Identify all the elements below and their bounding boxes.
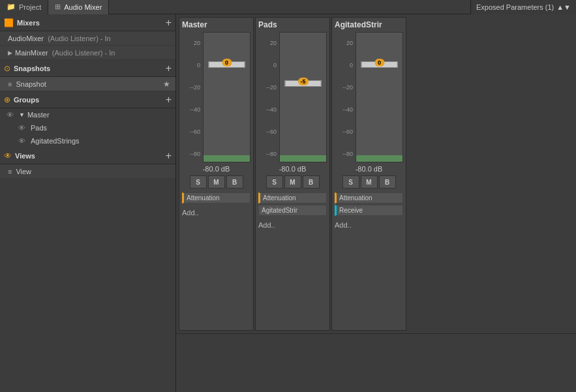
snapshot-label: Snapshot — [16, 80, 46, 88]
agitated-db-scale: 20 0 --20 --40 --60 --80 — [335, 32, 353, 162]
main-layout: 🟧 Mixers + AudioMixer (Audio Listener) -… — [0, 14, 576, 392]
agitated-channel-name: AgitatedStrir — [335, 20, 403, 29]
view-ham-icon: ≡ — [8, 168, 12, 175]
pads-db-readout: -80.0 dB — [258, 165, 327, 173]
master-db-readout: -80.0 dB — [182, 165, 250, 173]
mixers-icon: 🟧 — [4, 18, 14, 27]
audio-mixer-icon: ⊞ — [55, 3, 61, 11]
tab-audio-mixer[interactable]: ⊞ Audio Mixer — [48, 0, 109, 14]
channel-pads: Pads 20 0 --20 --40 --60 --80 -5 — [255, 17, 330, 331]
master-attenuation-effect[interactable]: Attenuation — [182, 192, 250, 204]
view-label: View — [16, 168, 31, 175]
master-add-link[interactable]: Add.. — [182, 207, 250, 218]
agitated-bypass-button[interactable]: B — [379, 175, 396, 188]
exposed-parameters-arrow: ▲▼ — [556, 3, 571, 11]
agitated-smb-row: S M B — [335, 175, 403, 188]
tab-audio-mixer-label: Audio Mixer — [64, 3, 102, 11]
agitated-eye-icon: 👁 — [18, 137, 25, 145]
agitated-group-label: AgitatedStrings — [31, 137, 80, 145]
tab-bar: 📁 Project ⊞ Audio Mixer Exposed Paramete… — [0, 0, 576, 14]
pads-fader-track[interactable]: -5 — [279, 32, 327, 162]
snapshot-ham-icon: ≡ — [8, 80, 12, 88]
snapshots-section-header[interactable]: ⊙ Snapshots + — [0, 60, 175, 77]
agitated-fader-track[interactable]: 0 — [356, 32, 403, 162]
master-fader-label[interactable]: 0 — [222, 59, 232, 67]
views-icon: 👁 — [4, 151, 12, 160]
master-smb-row: S M B — [182, 175, 250, 188]
views-section-header[interactable]: 👁 Views + — [0, 147, 175, 164]
project-icon: 📁 — [7, 3, 16, 11]
pads-db-scale: 20 0 --20 --40 --60 --80 — [258, 32, 277, 162]
group-agitated[interactable]: 👁 AgitatedStrings — [0, 134, 175, 147]
master-mute-button[interactable]: M — [208, 175, 225, 188]
agitated-fader-label[interactable]: 0 — [374, 59, 384, 67]
snapshots-add-button[interactable]: + — [166, 63, 172, 74]
pads-eye-icon: 👁 — [18, 124, 25, 132]
master-fader-track[interactable]: 0 — [203, 32, 250, 162]
groups-section-header[interactable]: ⊕ Groups + — [0, 91, 175, 108]
master-eye-icon: 👁 — [7, 111, 14, 119]
agitated-mute-button[interactable]: M — [361, 175, 378, 188]
mixer-panel: Master 20 0 --20 --40 --60 --80 0 — [176, 14, 576, 392]
pads-attenuation-effect[interactable]: Attenuation — [258, 192, 327, 204]
master-solo-button[interactable]: S — [190, 175, 207, 188]
views-add-button[interactable]: + — [166, 151, 172, 161]
bottom-area — [176, 333, 576, 392]
snapshot-star: ★ — [163, 80, 170, 89]
agitated-attenuation-effect[interactable]: Attenuation — [335, 192, 403, 204]
pads-mute-button[interactable]: M — [284, 175, 301, 188]
mixers-add-button[interactable]: + — [166, 18, 172, 28]
tab-project[interactable]: 📁 Project — [0, 0, 48, 14]
master-group-label: Master — [27, 111, 50, 119]
groups-label: Groups — [14, 96, 166, 104]
pads-bypass-button[interactable]: B — [303, 175, 320, 188]
mixers-label: Mixers — [17, 19, 166, 27]
audiomixer-item[interactable]: AudioMixer (Audio Listener) - In — [0, 31, 175, 46]
pads-smb-row: S M B — [258, 175, 327, 188]
pads-add-link[interactable]: Add.. — [258, 220, 327, 230]
pads-fader-area: 20 0 --20 --40 --60 --80 -5 — [258, 32, 327, 162]
channel-master: Master 20 0 --20 --40 --60 --80 0 — [179, 17, 254, 331]
tab-project-label: Project — [19, 3, 41, 11]
master-bypass-button[interactable]: B — [226, 175, 243, 188]
agitated-receive-effect[interactable]: Receive — [335, 205, 403, 216]
master-fader-area: 20 0 --20 --40 --60 --80 0 — [182, 32, 250, 162]
agitated-fader-area: 20 0 --20 --40 --60 --80 0 — [335, 32, 403, 162]
master-arrow-icon: ▼ — [19, 112, 25, 118]
agitated-db-readout: -80.0 dB — [335, 165, 403, 173]
pads-solo-button[interactable]: S — [266, 175, 283, 188]
mainmixer-arrow: ▶ — [8, 50, 12, 56]
mixers-section-header[interactable]: 🟧 Mixers + — [0, 14, 175, 31]
mainmixer-item[interactable]: ▶ MainMixer (Audio Listener) - In — [0, 46, 175, 60]
pads-group-label: Pads — [31, 124, 47, 132]
groups-icon: ⊕ — [4, 95, 10, 104]
snapshots-label: Snapshots — [14, 65, 166, 72]
snapshot-item[interactable]: ≡ Snapshot ★ — [0, 77, 175, 91]
agitated-solo-button[interactable]: S — [342, 175, 359, 188]
pads-fader-label[interactable]: -5 — [297, 78, 308, 85]
mainmixer-label: MainMixer (Audio Listener) - In — [15, 49, 115, 57]
pads-agitated-effect[interactable]: AgitatedStrir — [258, 205, 327, 216]
exposed-parameters-label: Exposed Parameters (1) — [476, 3, 554, 11]
master-channel-name: Master — [182, 20, 250, 29]
audiomixer-label: AudioMixer (Audio Listener) - In — [8, 35, 111, 42]
sidebar: 🟧 Mixers + AudioMixer (Audio Listener) -… — [0, 14, 176, 392]
channel-agitated: AgitatedStrir 20 0 --20 --40 --60 --80 0 — [331, 17, 406, 331]
views-label: Views — [15, 152, 166, 160]
channels-row: Master 20 0 --20 --40 --60 --80 0 — [176, 14, 576, 333]
view-item[interactable]: ≡ View — [0, 164, 175, 179]
group-master[interactable]: 👁 ▼ Master — [0, 108, 175, 121]
snapshots-icon: ⊙ — [4, 64, 10, 73]
pads-channel-name: Pads — [258, 20, 327, 29]
master-db-scale: 20 0 --20 --40 --60 --80 — [182, 32, 200, 162]
groups-add-button[interactable]: + — [166, 95, 172, 105]
agitated-add-link[interactable]: Add.. — [335, 220, 403, 230]
exposed-parameters-bar[interactable]: Exposed Parameters (1) ▲▼ — [470, 0, 576, 14]
group-pads[interactable]: 👁 Pads — [0, 121, 175, 134]
